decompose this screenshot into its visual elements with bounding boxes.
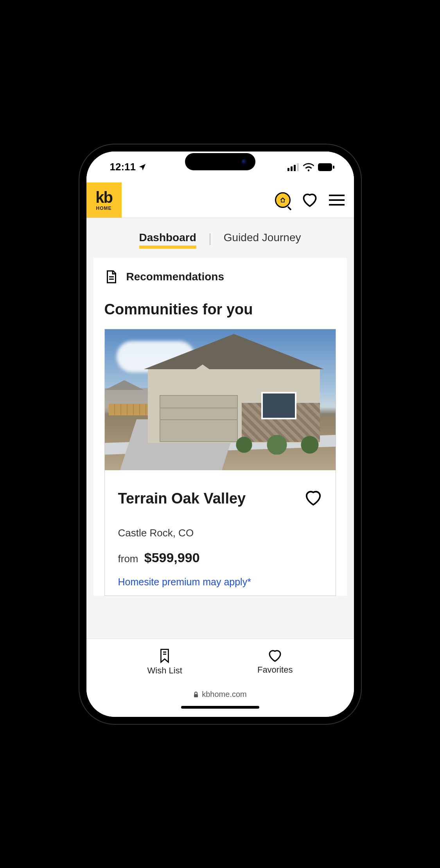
nav-favorites-label: Favorites [257, 665, 293, 675]
svg-rect-0 [287, 168, 289, 171]
recommendations-header: Recommendations [104, 270, 336, 284]
community-card[interactable]: Terrain Oak Valley Castle Rock, CO from … [104, 329, 336, 596]
nav-wish-list-label: Wish List [147, 666, 182, 676]
recommendations-label: Recommendations [126, 271, 224, 283]
phone-frame: 12:11 kb HOME [79, 144, 361, 724]
community-title-row: Terrain Oak Valley [118, 490, 322, 508]
hamburger-line-icon [329, 204, 345, 206]
heart-icon[interactable] [302, 193, 318, 208]
home-indicator-bar[interactable] [181, 706, 259, 709]
community-price-row: from $599,990 [118, 550, 322, 565]
house-search-icon [279, 197, 286, 204]
battery-icon [318, 163, 334, 171]
phone-screen: 12:11 kb HOME [86, 152, 354, 717]
status-right [287, 163, 334, 171]
cellular-signal-icon [287, 163, 299, 171]
logo-line-2: HOME [96, 206, 112, 211]
svg-rect-2 [294, 165, 296, 171]
svg-rect-1 [291, 166, 293, 171]
device-notch [185, 153, 255, 170]
svg-rect-3 [297, 163, 299, 171]
location-arrow-icon [138, 163, 147, 171]
app-bar-actions [275, 192, 345, 208]
section-title: Communities for you [104, 301, 336, 318]
kb-home-logo[interactable]: kb HOME [86, 182, 122, 218]
nav-favorites[interactable]: Favorites [257, 649, 293, 675]
hamburger-line-icon [329, 199, 345, 201]
favorite-heart-icon[interactable] [304, 490, 322, 506]
nav-wish-list[interactable]: Wish List [147, 648, 182, 676]
logo-line-1: kb [95, 189, 112, 205]
community-price: $599,990 [144, 550, 200, 565]
browser-url-bar[interactable]: kbhome.com [86, 686, 354, 704]
tab-guided-journey[interactable]: Guided Journey [224, 231, 301, 247]
community-body: Terrain Oak Valley Castle Rock, CO from … [105, 470, 336, 596]
tab-divider [210, 233, 210, 245]
app-bar: kb HOME [86, 183, 354, 218]
status-left: 12:11 [110, 161, 147, 173]
community-location: Castle Rock, CO [118, 527, 322, 539]
svg-rect-10 [194, 694, 198, 697]
status-time: 12:11 [110, 161, 136, 173]
heart-outline-icon [268, 649, 282, 662]
document-icon [104, 270, 119, 284]
lock-icon [193, 691, 199, 698]
community-name: Terrain Oak Valley [118, 490, 246, 508]
menu-button[interactable] [329, 195, 345, 206]
community-image [105, 329, 336, 470]
content-panel: Recommendations Communities for you [93, 258, 347, 596]
tab-bar: Dashboard Guided Journey [86, 218, 354, 258]
tab-dashboard[interactable]: Dashboard [139, 231, 196, 247]
wifi-icon [303, 163, 314, 171]
browser-url-text: kbhome.com [202, 690, 247, 699]
bottom-nav: Wish List Favorites [86, 639, 354, 686]
price-prefix: from [118, 553, 138, 565]
bookmark-icon [158, 648, 171, 663]
homesite-premium-link[interactable]: Homesite premium may apply* [118, 576, 322, 588]
hamburger-line-icon [329, 195, 345, 196]
svg-rect-4 [318, 163, 332, 171]
svg-rect-5 [333, 166, 334, 169]
home-indicator-area [86, 704, 354, 717]
search-button[interactable] [275, 192, 291, 208]
main-content[interactable]: Recommendations Communities for you [86, 258, 354, 639]
